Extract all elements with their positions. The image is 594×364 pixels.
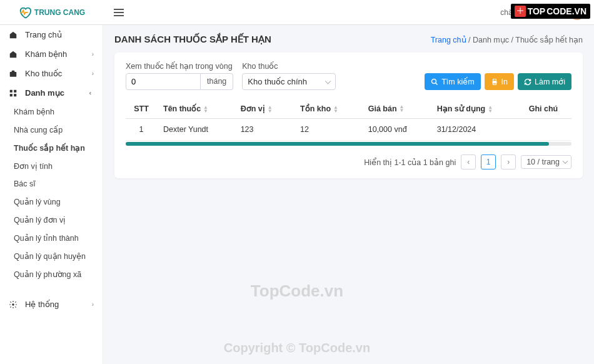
logo-red-box (515, 6, 526, 17)
nav-label: Kho thuốc (25, 69, 62, 78)
sort-icon: ▲▼ (400, 105, 405, 113)
svg-rect-5 (14, 89, 16, 92)
nav-category[interactable]: Danh mục ⌄ (0, 83, 103, 103)
sidebar-toggle[interactable] (103, 8, 134, 18)
briefcase-icon (9, 69, 20, 78)
svg-rect-4 (10, 89, 13, 92)
col-price[interactable]: Giá bán▲▼ (362, 99, 431, 119)
main-content: DANH SÁCH THUỐC SẮP HẾT HẠN Trang chủ / … (103, 25, 594, 364)
submenu-item[interactable]: Khám bệnh (0, 103, 103, 121)
filter-bar: Xem thuốc hết hạn trong vòng tháng Kho t… (126, 61, 571, 90)
scrollbar-thumb[interactable] (126, 142, 549, 146)
submenu-item[interactable]: Nhà cung cấp (0, 121, 103, 139)
svg-rect-6 (10, 94, 13, 96)
chevron-down-icon: ⌄ (88, 91, 95, 96)
col-expire[interactable]: Hạn sử dụng▲▼ (431, 99, 523, 119)
breadcrumb-current: Thuốc sắp hết hạn (515, 36, 583, 44)
col-name[interactable]: Tên thuốc▲▼ (157, 99, 234, 119)
table-row[interactable]: 1 Dexter Yundt 123 12 10,000 vnđ 31/12/2… (126, 119, 571, 141)
action-buttons: Tìm kiếm In Làm mới (425, 73, 571, 90)
home-icon (9, 31, 20, 39)
filter-warehouse: Kho thuốc Kho thuốc chính (242, 61, 336, 90)
content-card: Xem thuốc hết hạn trong vòng tháng Kho t… (114, 53, 583, 178)
home-icon (9, 50, 20, 59)
expire-months-input[interactable] (126, 73, 201, 90)
expiring-table: STT Tên thuốc▲▼ Đơn vị▲▼ Tồn kho▲▼ Giá b… (126, 99, 571, 141)
chevron-right-icon: › (92, 70, 94, 77)
sort-icon: ▲▼ (488, 106, 493, 113)
bars-icon (114, 8, 124, 18)
page-current[interactable]: 1 (481, 154, 496, 169)
print-icon (491, 78, 498, 86)
col-note[interactable]: Ghi chú (523, 99, 571, 119)
cell-stock: 12 (294, 119, 362, 141)
col-stt[interactable]: STT (126, 99, 157, 119)
page-prev[interactable]: ‹ (461, 154, 476, 169)
page-header: DANH SÁCH THUỐC SẮP HẾT HẠN Trang chủ / … (114, 34, 583, 45)
horizontal-scrollbar[interactable] (126, 142, 571, 146)
cell-unit: 123 (234, 119, 294, 141)
submenu-item[interactable]: Quản lý phường xã (0, 265, 103, 283)
cell-expire: 31/12/2024 (431, 119, 523, 141)
page-title: DANH SÁCH THUỐC SẮP HẾT HẠN (114, 34, 271, 45)
breadcrumb: Trang chủ / Danh mục / Thuốc sắp hết hạn (431, 35, 583, 44)
svg-rect-15 (517, 11, 523, 11)
heart-ecg-icon (18, 6, 32, 19)
nav-warehouse[interactable]: Kho thuốc › (0, 64, 103, 83)
submenu-item-active[interactable]: Thuốc sắp hết hạn (0, 139, 103, 157)
sort-icon: ▲▼ (333, 106, 338, 113)
col-stock[interactable]: Tồn kho▲▼ (294, 99, 362, 119)
topbar: TRUNG CANG chào Administrator! (0, 0, 594, 25)
submenu-item[interactable]: Bác sĩ (0, 175, 103, 193)
pagesize-select[interactable]: 10 / trang (521, 155, 571, 169)
cell-price: 10,000 vnđ (362, 119, 431, 141)
sidebar: Trang chủ Khám bệnh › Kho thuốc › Danh m… (0, 25, 103, 364)
breadcrumb-home[interactable]: Trang chủ (431, 36, 466, 44)
breadcrumb-mid: Danh mục (473, 36, 509, 44)
sort-icon: ▲▼ (203, 106, 208, 113)
expire-unit: tháng (201, 73, 233, 90)
svg-rect-13 (493, 83, 496, 84)
filter-label: Xem thuốc hết hạn trong vòng (126, 61, 233, 71)
page-next[interactable]: › (501, 154, 516, 169)
svg-point-9 (432, 79, 436, 83)
col-unit[interactable]: Đơn vị▲▼ (234, 99, 294, 119)
submenu-item[interactable]: Quản lý quận huyện (0, 247, 103, 265)
nav-label: Hệ thống (25, 300, 59, 309)
table-wrapper: STT Tên thuốc▲▼ Đơn vị▲▼ Tồn kho▲▼ Giá b… (126, 99, 571, 146)
brand-text: TRUNG CANG (34, 8, 85, 17)
pagination-summary: Hiển thị 1-1 của 1 bản ghi (364, 158, 456, 167)
svg-rect-1 (114, 12, 124, 13)
warehouse-select[interactable]: Kho thuốc chính (242, 73, 336, 90)
submenu-item[interactable]: Quản lý đơn vị (0, 211, 103, 229)
submenu-item[interactable]: Quản lý tỉnh thành (0, 229, 103, 247)
chevron-right-icon: › (92, 51, 94, 58)
nav-label: Danh mục (25, 88, 64, 98)
sort-icon: ▲▼ (268, 106, 273, 113)
gear-icon (9, 300, 20, 309)
nav-exam[interactable]: Khám bệnh › (0, 44, 103, 64)
svg-rect-3 (10, 72, 17, 77)
submenu-category: Khám bệnh Nhà cung cấp Thuốc sắp hết hạn… (0, 103, 103, 283)
refresh-icon (524, 78, 531, 86)
svg-line-10 (436, 83, 438, 84)
corner-logo: TOPCODE.VN (511, 4, 590, 19)
filter-expire: Xem thuốc hết hạn trong vòng tháng (126, 61, 233, 90)
submenu-item[interactable]: Quản lý vùng (0, 193, 103, 211)
cell-note (523, 119, 571, 141)
svg-rect-12 (493, 79, 496, 81)
svg-rect-0 (114, 9, 124, 10)
filter-label: Kho thuốc (242, 61, 336, 71)
search-icon (431, 78, 438, 86)
submenu-item[interactable]: Đơn vị tính (0, 157, 103, 175)
nav-system[interactable]: Hệ thống › (0, 295, 103, 314)
refresh-button[interactable]: Làm mới (518, 73, 571, 90)
pagination: Hiển thị 1-1 của 1 bản ghi ‹ 1 › 10 / tr… (126, 154, 571, 169)
nav-home[interactable]: Trang chủ (0, 25, 103, 44)
nav-label: Trang chủ (25, 30, 62, 39)
logo[interactable]: TRUNG CANG (0, 6, 103, 19)
search-button[interactable]: Tìm kiếm (425, 73, 480, 90)
svg-point-8 (12, 303, 14, 306)
cell-name: Dexter Yundt (157, 119, 234, 141)
print-button[interactable]: In (485, 73, 514, 90)
